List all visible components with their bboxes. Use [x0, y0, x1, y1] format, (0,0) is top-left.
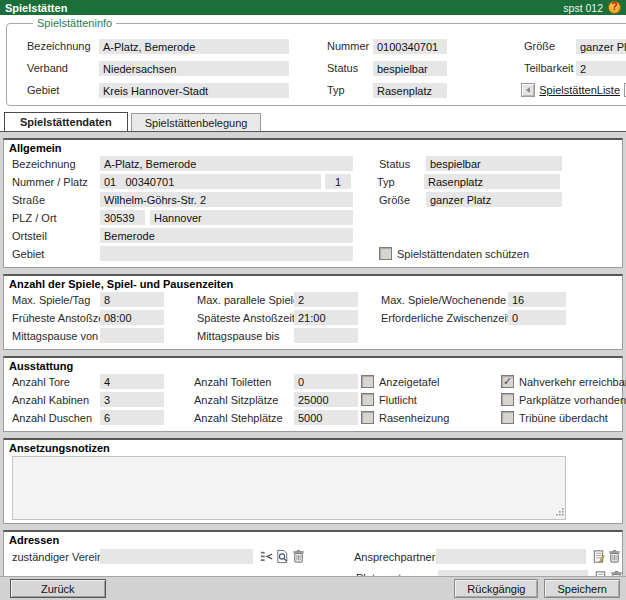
tribuene-checkbox[interactable]	[501, 411, 514, 424]
status-field: bespielbar	[373, 61, 447, 76]
bezeichnung-input[interactable]: A-Platz, Bemerode	[100, 156, 353, 171]
nahverkehr-label: Nahverkehr erreichbar	[519, 376, 626, 388]
tribuene-label: Tribüne überdacht	[519, 412, 608, 424]
anzahl-stehplaetze-label: Anzahl Stehplätze	[194, 412, 294, 424]
nahverkehr-checkbox[interactable]: ✓	[501, 375, 514, 388]
nummer-label: Nummer	[327, 40, 373, 52]
spaeteste-anstosszeit-input[interactable]: 21:00	[294, 310, 358, 325]
info-row: Gebiet Kreis Hannover-Stadt Typ Rasenpla…	[27, 82, 626, 98]
info-row: Bezeichnung A-Platz, Bemerode Nummer 010…	[27, 38, 626, 54]
form-row: Platzwart	[4, 569, 622, 576]
form-row: Straße Wilhelm-Göhrs-Str. 2 Größe ganzer…	[4, 192, 622, 207]
ansetzungsnotizen-textarea[interactable]	[12, 456, 566, 520]
max-wochenende-label: Max. Spiele/Wochenende	[381, 294, 508, 306]
section-notizen: Ansetzungsnotizen	[3, 438, 623, 524]
anzeigetafel-checkbox-group: Anzeigetafel	[361, 375, 501, 388]
schuetzen-checkbox[interactable]	[379, 247, 392, 260]
spielstaetten-window: Spielstätten spst 012 ? Spielstätteninfo…	[0, 0, 626, 600]
bezeichnung-label: Bezeichnung	[27, 40, 99, 52]
preview-document-icon[interactable]	[274, 549, 290, 565]
max-spiele-tag-label: Max. Spiele/Tag	[12, 294, 100, 306]
frueheste-anstosszeit-label: Früheste Anstoßzeit	[12, 312, 100, 324]
tribuene-checkbox-group: Tribüne überdacht	[501, 411, 608, 424]
nummer-input[interactable]: 01 00340701	[100, 174, 321, 189]
ansprechpartner-label: Ansprechpartner	[354, 551, 436, 563]
status-label: Status	[379, 158, 426, 170]
max-parallele-input[interactable]: 2	[294, 292, 358, 307]
frueheste-anstosszeit-input[interactable]: 08:00	[100, 310, 164, 325]
zwischenzeit-input[interactable]: 0	[508, 310, 566, 325]
flutlicht-checkbox[interactable]	[361, 393, 374, 406]
ortsteil-input[interactable]: Bemerode	[100, 228, 353, 243]
undo-button[interactable]: Rückgängig	[454, 579, 538, 598]
bezeichnung-field: A-Platz, Bemerode	[99, 39, 289, 54]
parkplaetze-checkbox-group: Parkplätze vorhanden	[501, 393, 626, 406]
section-title-allgemein: Allgemein	[4, 140, 622, 156]
form-row: Gebiet Spielstättendaten schützen	[4, 246, 622, 261]
section-spielzeiten: Anzahl der Spiele, Spiel- und Pausenzeit…	[3, 274, 623, 350]
form-row: PLZ / Ort 30539 Hannover	[4, 210, 622, 225]
groesse-label: Größe	[379, 194, 426, 206]
anzahl-toiletten-input[interactable]: 0	[294, 374, 358, 389]
gebiet-input[interactable]	[100, 246, 353, 261]
teilbarkeit-field: 2	[576, 61, 626, 76]
anzahl-duschen-input[interactable]: 6	[100, 410, 164, 425]
plz-input[interactable]: 30539	[100, 210, 145, 225]
typ-input[interactable]: Rasenplatz	[424, 174, 560, 189]
groesse-input[interactable]: ganzer Platz	[426, 192, 562, 207]
checkmark-icon: ✓	[503, 376, 512, 387]
form-row: Mittagspause von Mittagspause bis	[4, 328, 622, 343]
anzahl-sitzplaetze-input[interactable]: 25000	[294, 392, 358, 407]
form-row: Ortsteil Bemerode	[4, 228, 622, 243]
mittagspause-von-input[interactable]	[100, 328, 164, 343]
strasse-label: Straße	[12, 194, 100, 206]
footer-bar: Zurück Rückgängig Speichern	[0, 576, 626, 600]
back-button[interactable]: Zurück	[10, 579, 106, 598]
edit-ansprechpartner-icon[interactable]	[590, 549, 606, 565]
status-input[interactable]: bespielbar	[426, 156, 562, 171]
form-row: Max. Spiele/Tag 8 Max. parallele Spiele …	[4, 292, 622, 307]
parkplaetze-checkbox[interactable]	[501, 393, 514, 406]
section-body: Max. Spiele/Tag 8 Max. parallele Spiele …	[4, 292, 622, 349]
verband-label: Verband	[27, 62, 99, 74]
anzahl-stehplaetze-input[interactable]: 5000	[294, 410, 358, 425]
status-label: Status	[327, 62, 373, 74]
anzahl-sitzplaetze-label: Anzahl Sitzplätze	[194, 394, 294, 406]
form-row: Nummer / Platz 01 00340701 1 Typ Rasenpl…	[4, 174, 622, 189]
section-adressen: Adressen zuständiger Verein Ansprechpart…	[3, 530, 623, 576]
save-button[interactable]: Speichern	[544, 579, 620, 598]
gebiet-label: Gebiet	[12, 248, 100, 260]
spielstaettenliste-link[interactable]: SpielstättenListe	[539, 84, 620, 96]
nummer-platz-label: Nummer / Platz	[12, 176, 100, 188]
section-allgemein: Allgemein Bezeichnung A-Platz, Bemerode …	[3, 138, 623, 268]
prev-venue-button[interactable]	[521, 83, 535, 97]
delete-ansprechpartner-icon[interactable]	[606, 549, 622, 565]
tab-spielstaettendaten[interactable]: Spielstättendaten	[4, 112, 128, 131]
anzahl-tore-label: Anzahl Tore	[12, 376, 100, 388]
max-wochenende-input[interactable]: 16	[508, 292, 566, 307]
typ-label: Typ	[377, 176, 424, 188]
help-icon[interactable]: ?	[608, 1, 621, 14]
typ-label: Typ	[327, 84, 373, 96]
anzahl-kabinen-input[interactable]: 3	[100, 392, 164, 407]
tab-spielstaettenbelegung[interactable]: Spielstättenbelegung	[131, 113, 262, 131]
verein-input[interactable]	[100, 549, 253, 564]
rasenheizung-checkbox[interactable]	[361, 411, 374, 424]
titlebar: Spielstätten spst 012 ?	[0, 0, 626, 15]
arrow-left-icon	[524, 84, 532, 96]
strasse-input[interactable]: Wilhelm-Göhrs-Str. 2	[100, 192, 353, 207]
platz-input[interactable]: 1	[325, 174, 351, 189]
groesse-field: ganzer Platz	[576, 39, 626, 54]
ort-input[interactable]: Hannover	[150, 210, 353, 225]
max-spiele-tag-input[interactable]: 8	[100, 292, 164, 307]
section-title-adressen: Adressen	[4, 532, 622, 548]
anzeigetafel-checkbox[interactable]	[361, 375, 374, 388]
mittagspause-bis-input[interactable]	[294, 328, 358, 343]
form-row: Bezeichnung A-Platz, Bemerode Status bes…	[4, 156, 622, 171]
ansprechpartner-input[interactable]	[436, 549, 586, 564]
delete-verein-icon[interactable]	[290, 549, 306, 565]
anzahl-tore-input[interactable]: 4	[100, 374, 164, 389]
rasenheizung-checkbox-group: Rasenheizung	[361, 411, 501, 424]
mittagspause-bis-label: Mittagspause bis	[197, 330, 294, 342]
assign-from-list-icon[interactable]	[258, 549, 274, 565]
